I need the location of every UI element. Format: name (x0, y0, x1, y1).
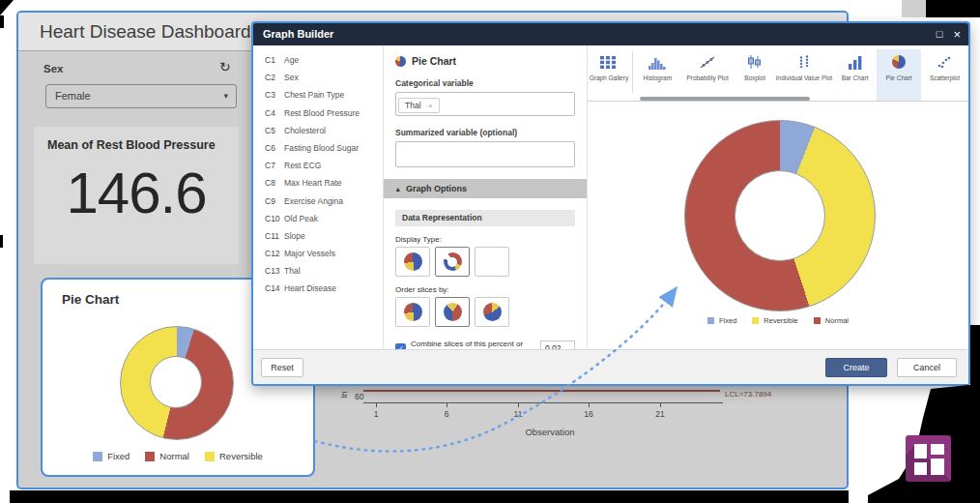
legend-swatch (814, 317, 821, 324)
logo-pane (914, 462, 927, 475)
axis-tick (376, 403, 377, 407)
legend-swatch (205, 452, 215, 461)
column-row[interactable]: C4Rest Blood Pressure (253, 108, 383, 126)
column-row[interactable]: C8Max Heart Rate (253, 178, 383, 195)
legend-label: Normal (159, 451, 189, 461)
column-name: Thal (284, 266, 301, 283)
close-icon[interactable]: × (953, 23, 961, 45)
legend-swatch (93, 452, 102, 461)
tab-individual-value-plot[interactable]: Individual Value Plot (775, 49, 833, 101)
column-id: C6 (253, 143, 284, 161)
mean-card-value: 146.6 (34, 160, 239, 226)
control-chart-ytick: 60 (355, 392, 363, 401)
pie-chart-options-panel: Pie Chart Categorical variable Thal × Su… (383, 45, 588, 349)
display-type-pie-button[interactable] (395, 247, 430, 277)
column-row[interactable]: C6Fasting Blood Sugar (253, 143, 383, 161)
column-name: Sex (284, 73, 299, 90)
control-chart-x-axis (363, 402, 723, 403)
column-row[interactable]: C9Exercise Angina (253, 196, 383, 214)
column-name: Chest Pain Type (284, 90, 344, 107)
app-logo[interactable] (906, 435, 951, 482)
column-row[interactable]: C3Chest Pain Type (253, 90, 383, 107)
tab-label: Probability Plot (680, 74, 735, 82)
tab-label: Graph Gallery (588, 74, 630, 82)
gauge-icon (482, 256, 502, 267)
display-type-donut-button[interactable] (435, 247, 470, 277)
x-tick-label: 21 (650, 409, 670, 419)
column-row[interactable]: C11Slope (253, 231, 383, 249)
tab-pie-chart-selected[interactable]: Pie Chart (877, 49, 921, 101)
logo-pane (931, 444, 944, 455)
screen: Heart Disease Dashboard Sex ↻ Female ▾ M… (0, 0, 980, 503)
column-id: C7 (253, 161, 284, 178)
tab-histogram[interactable]: Histogram (635, 49, 680, 101)
big-donut-chart[interactable] (684, 120, 876, 311)
tab-probability-plot[interactable]: Probability Plot (680, 49, 735, 101)
column-id: C11 (253, 231, 284, 249)
graph-builder-title: Graph Builder (263, 23, 333, 45)
variable-chip[interactable]: Thal × (398, 98, 440, 113)
pie-chart-panel-title: Pie Chart (62, 292, 119, 307)
legend-label: Reversible (764, 316, 797, 325)
sex-filter-value: Female (55, 90, 91, 102)
order-increasing-button[interactable] (435, 297, 470, 327)
categorical-variable-field[interactable]: Thal × (395, 92, 575, 116)
tab-boxplot[interactable]: Boxplot (735, 49, 775, 101)
control-chart-lcl-line (363, 390, 720, 392)
column-id: C13 (253, 266, 284, 283)
preview-panel: Graph Gallery Histogram Probability Plo (588, 45, 968, 349)
x-tick-label: 6 (437, 409, 456, 419)
sex-filter-label: Sex (43, 63, 63, 74)
bar-chart-icon (833, 51, 878, 73)
legend-label: Fixed (107, 451, 130, 461)
column-row[interactable]: C5Cholesterol (253, 126, 383, 143)
sex-filter-select[interactable]: Female ▾ (45, 84, 237, 108)
axis-tick (589, 403, 590, 407)
display-type-gauge-button[interactable] (475, 247, 509, 277)
column-id: C2 (253, 73, 284, 90)
column-name: Rest Blood Pressure (284, 108, 360, 126)
create-button[interactable]: Create (825, 358, 887, 377)
tab-bar-chart[interactable]: Bar Chart (833, 49, 878, 101)
column-row[interactable]: C2Sex (253, 73, 383, 90)
summarized-variable-field[interactable] (395, 141, 575, 167)
categorical-variable-label: Categorical variable (395, 78, 575, 88)
legend-swatch (145, 452, 155, 461)
graph-options-header[interactable]: ▴ Graph Options (384, 179, 587, 198)
column-name: Major Vessels (284, 249, 335, 266)
chart-preview-area: Fixed Reversible Normal (588, 101, 968, 349)
order-decreasing-button[interactable] (475, 297, 509, 327)
big-donut-legend: Fixed Reversible Normal (588, 316, 968, 325)
boxplot-icon (735, 51, 775, 73)
legend-item: Fixed (93, 451, 130, 461)
tab-scatterplot[interactable]: Scatterplot (921, 49, 968, 101)
column-row[interactable]: C14Heart Disease (253, 283, 383, 301)
column-row[interactable]: C13Thal (253, 266, 383, 283)
order-default-button[interactable] (395, 297, 430, 327)
column-id: C1 (253, 55, 284, 73)
column-row[interactable]: C10Old Peak (253, 214, 383, 231)
maximize-icon[interactable]: □ (937, 23, 943, 45)
graph-builder-titlebar[interactable]: Graph Builder □ × (253, 23, 968, 45)
reset-button[interactable]: Reset (261, 358, 303, 377)
column-row[interactable]: C1Age (253, 55, 383, 73)
column-id: C5 (253, 126, 284, 143)
tab-label: Boxplot (735, 74, 775, 82)
small-donut-chart[interactable] (120, 326, 234, 440)
toolbar-scrollbar[interactable] (640, 97, 810, 101)
cancel-button[interactable]: Cancel (897, 358, 957, 377)
column-name: Exercise Angina (284, 196, 343, 214)
column-name: Fasting Blood Sugar (284, 143, 359, 161)
column-id: C14 (253, 283, 284, 301)
graph-builder-footer: Reset Create Cancel (253, 349, 968, 384)
refresh-icon[interactable]: ↻ (219, 59, 231, 74)
control-chart-ylabel: In (339, 391, 349, 398)
column-row[interactable]: C12Major Vessels (253, 249, 383, 266)
lcl-annotation: LCL=73.7894 (725, 390, 771, 399)
tab-graph-gallery[interactable]: Graph Gallery (588, 49, 630, 101)
column-name: Cholesterol (284, 126, 326, 143)
dashboard-title: Heart Disease Dashboard (40, 13, 251, 51)
column-row[interactable]: C7Rest ECG (253, 161, 383, 178)
chip-remove-icon[interactable]: × (428, 102, 433, 110)
variable-chip-label: Thal (405, 101, 421, 110)
